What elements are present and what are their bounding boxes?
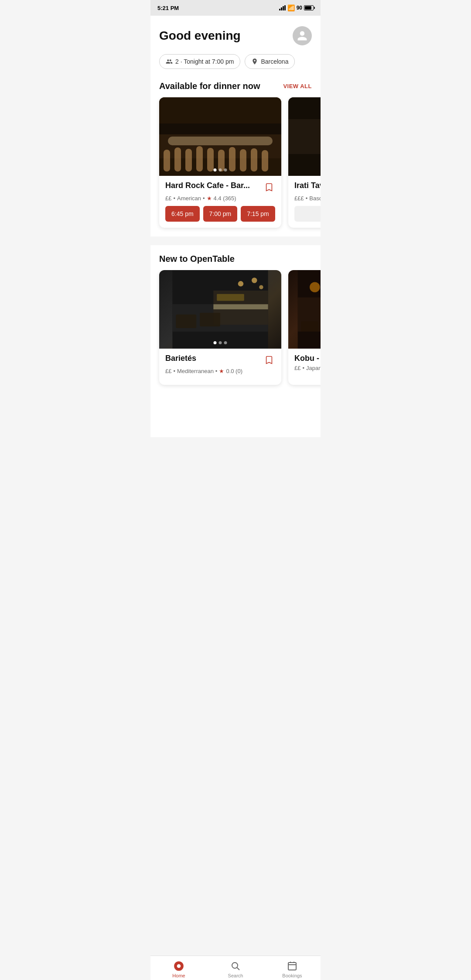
barietes-name: Barietés — [165, 354, 263, 363]
main-content: Good evening 2 · Tonight at 7:00 pm Barc… — [150, 16, 321, 437]
new-restaurants-list: Barietés ££ • Mediterranean • ★ 0.0 (0) — [150, 270, 321, 437]
hardrock-title-row: Hard Rock Cafe - Bar... — [165, 181, 275, 193]
barietes-image-dots — [214, 341, 227, 344]
kobu-card-body: Kobu - Poble ££ • Japanese • ★ — [288, 349, 321, 382]
barietes-price: ££ — [165, 368, 171, 374]
irati-times: 7: — [294, 206, 321, 222]
kobu-meta: ££ • Japanese • ★ — [294, 365, 321, 371]
barietes-card-body: Barietés ££ • Mediterranean • ★ 0.0 (0) — [159, 349, 281, 385]
restaurant-card-hardrock[interactable]: Hard Rock Cafe - Bar... ££ • American • … — [159, 97, 281, 228]
hardrock-name: Hard Rock Cafe - Bar... — [165, 181, 263, 190]
irati-image-svg — [288, 97, 321, 176]
svg-rect-14 — [159, 97, 281, 176]
bookmark-icon-svg — [264, 182, 274, 192]
available-section-title: Available for dinner now — [159, 81, 260, 91]
wifi-icon: 📶 — [287, 4, 295, 11]
irati-card-body: Irati Taverna V £££ • Basque • ★ 4 — [288, 176, 321, 228]
dot-3 — [224, 168, 227, 171]
hardrock-card-body: Hard Rock Cafe - Bar... ££ • American • … — [159, 176, 281, 228]
avatar-icon — [297, 30, 308, 41]
time-button-715[interactable]: 7:15 pm — [241, 206, 275, 222]
restaurant-card-kobu[interactable]: Kobu - Poble ££ • Japanese • ★ — [288, 270, 321, 385]
restaurant-card-irati[interactable]: Irati Taverna V £££ • Basque • ★ 4 — [288, 97, 321, 228]
restaurant-card-barietes[interactable]: Barietés ££ • Mediterranean • ★ 0.0 (0) — [159, 270, 281, 385]
kobu-title-row: Kobu - Poble — [294, 354, 321, 363]
user-avatar[interactable] — [293, 26, 312, 45]
new-section-header: New to OpenTable — [150, 245, 321, 270]
kobu-image-svg — [288, 270, 321, 349]
status-time: 5:21 PM — [157, 5, 179, 11]
barietes-rating: 0.0 (0) — [226, 368, 242, 374]
kobu-price: ££ — [294, 365, 300, 371]
location-icon — [251, 58, 258, 65]
dot-b3 — [224, 341, 227, 344]
status-bar: 5:21 PM 📶 90 — [150, 0, 321, 16]
star-icon: ★ — [207, 195, 212, 202]
signal-icon — [279, 5, 286, 10]
barietes-star: ★ — [219, 368, 224, 374]
available-restaurants-list: Hard Rock Cafe - Bar... ££ • American • … — [150, 97, 321, 236]
barietes-meta: ££ • Mediterranean • ★ 0.0 (0) — [165, 368, 275, 374]
barietes-image-svg — [159, 270, 281, 349]
battery-icon — [304, 5, 314, 10]
hardrock-price: ££ — [165, 195, 171, 202]
header: Good evening — [150, 16, 321, 51]
hardrock-bookmark[interactable] — [263, 181, 275, 193]
svg-rect-37 — [298, 270, 321, 349]
kobu-name: Kobu - Poble — [294, 354, 321, 363]
location-filter[interactable]: Barcelona — [245, 54, 295, 69]
irati-time-empty[interactable] — [294, 206, 321, 222]
svg-rect-18 — [288, 97, 321, 176]
kobu-cuisine: Japanese — [306, 365, 321, 371]
kobu-image — [288, 270, 321, 349]
bookmark-icon-barietes-svg — [264, 355, 274, 365]
hardrock-meta: ££ • American • ★ 4.4 (365) — [165, 195, 275, 202]
hardrock-rating: 4.4 (365) — [214, 195, 236, 202]
irati-price: £££ — [294, 195, 304, 202]
image-dots — [214, 168, 227, 171]
barietes-bookmark[interactable] — [263, 354, 275, 366]
time-button-700[interactable]: 7:00 pm — [203, 206, 238, 222]
guests-icon — [166, 58, 173, 65]
svg-rect-29 — [172, 270, 268, 349]
barietes-cuisine: Mediterranean — [177, 368, 214, 374]
barietes-title-row: Barietés — [165, 354, 275, 366]
time-button-645[interactable]: 6:45 pm — [165, 206, 200, 222]
irati-cuisine: Basque — [309, 195, 321, 202]
dot-b1 — [214, 341, 217, 344]
filter-row: 2 · Tonight at 7:00 pm Barcelona — [150, 51, 321, 78]
view-all-button[interactable]: VIEW ALL — [283, 83, 312, 89]
guests-filter[interactable]: 2 · Tonight at 7:00 pm — [159, 54, 240, 69]
greeting-text: Good evening — [159, 29, 241, 43]
irati-name: Irati Taverna V — [294, 181, 321, 190]
dot-2 — [219, 168, 222, 171]
available-section-header: Available for dinner now VIEW ALL — [150, 78, 321, 97]
dot-1 — [214, 168, 217, 171]
status-icons: 📶 90 — [279, 4, 314, 11]
dot-b2 — [219, 341, 222, 344]
hardrock-image — [159, 97, 281, 176]
section-gap — [150, 236, 321, 245]
battery-display: 90 — [297, 5, 302, 11]
irati-title-row: Irati Taverna V — [294, 181, 321, 193]
irati-meta: £££ • Basque • ★ 4 — [294, 195, 321, 202]
barietes-image — [159, 270, 281, 349]
hardrock-times: 6:45 pm 7:00 pm 7:15 pm — [165, 206, 275, 222]
irati-image — [288, 97, 321, 176]
hardrock-image-svg — [159, 97, 281, 176]
guests-filter-text: 2 · Tonight at 7:00 pm — [175, 58, 234, 65]
new-section-title: New to OpenTable — [159, 254, 235, 264]
hardrock-cuisine: American — [177, 195, 201, 202]
location-filter-text: Barcelona — [261, 58, 288, 65]
